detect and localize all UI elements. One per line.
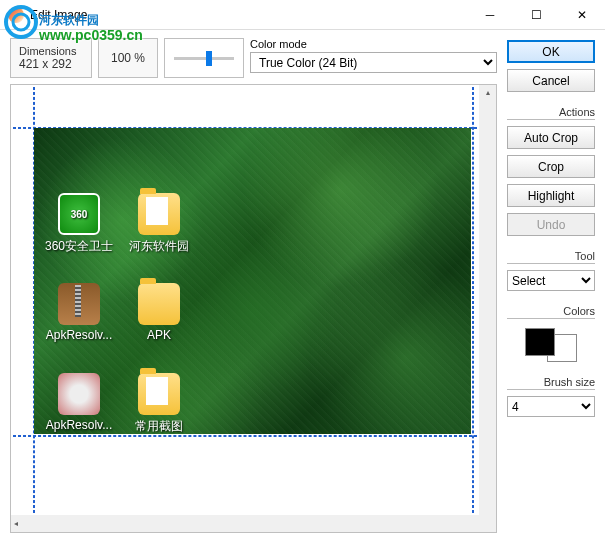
scroll-up-icon: ▴	[486, 88, 490, 97]
minimize-button[interactable]: ─	[467, 0, 513, 30]
zoom-slider[interactable]	[164, 38, 244, 78]
desktop-icon: ApkResolv...	[44, 283, 114, 342]
crop-button[interactable]: Crop	[507, 155, 595, 178]
actions-group-label: Actions	[507, 106, 595, 120]
desktop-icon-label: APK	[124, 328, 194, 342]
window-title: Edit Image	[30, 8, 87, 22]
brush-group-label: Brush size	[507, 376, 595, 390]
edited-image: 360安全卫士河东软件园ApkResolv...APKApkResolv... …	[34, 128, 471, 434]
dimensions-value: 421 x 292	[19, 57, 83, 71]
vertical-scrollbar[interactable]: ▴	[479, 85, 496, 515]
desktop-icon: APK	[124, 283, 194, 342]
image-canvas[interactable]: 360安全卫士河东软件园ApkResolv...APKApkResolv... …	[10, 84, 497, 533]
zoom-value: 100 %	[111, 51, 145, 65]
desktop-icon-image	[58, 373, 100, 415]
desktop-icon: 360安全卫士	[44, 193, 114, 255]
close-button[interactable]: ✕	[559, 0, 605, 30]
ok-button[interactable]: OK	[507, 40, 595, 63]
highlight-button[interactable]: Highlight	[507, 184, 595, 207]
scroll-left-icon: ◂	[14, 519, 18, 528]
desktop-icon-image	[138, 373, 180, 415]
app-icon	[8, 7, 24, 23]
desktop-icon-image	[138, 283, 180, 325]
desktop-icon-image	[138, 193, 180, 235]
desktop-icon-label: 常用截图	[124, 418, 194, 434]
brush-size-select[interactable]: 4	[507, 396, 595, 417]
crop-guide-right[interactable]	[472, 87, 474, 513]
tool-group-label: Tool	[507, 250, 595, 264]
desktop-icon-label: 360安全卫士	[44, 238, 114, 255]
scroll-corner	[479, 515, 496, 532]
desktop-icon-label: ApkResolv... - 快捷方式	[44, 418, 114, 434]
dimensions-box: Dimensions 421 x 292	[10, 38, 92, 78]
foreground-color-swatch[interactable]	[525, 328, 555, 356]
horizontal-scrollbar[interactable]: ◂	[11, 515, 479, 532]
desktop-icon-label: ApkResolv...	[44, 328, 114, 342]
crop-guide-bottom[interactable]	[13, 435, 477, 437]
colormode-label: Color mode	[250, 38, 497, 50]
desktop-icon: ApkResolv... - 快捷方式	[44, 373, 114, 434]
desktop-icon: 常用截图	[124, 373, 194, 434]
colormode-select[interactable]: True Color (24 Bit)	[250, 52, 497, 73]
tool-select[interactable]: Select	[507, 270, 595, 291]
cancel-button[interactable]: Cancel	[507, 69, 595, 92]
desktop-icon-image	[58, 193, 100, 235]
title-bar: Edit Image ─ ☐ ✕	[0, 0, 605, 30]
colors-group-label: Colors	[507, 305, 595, 319]
desktop-icon-image	[58, 283, 100, 325]
desktop-icon: 河东软件园	[124, 193, 194, 255]
zoom-box: 100 %	[98, 38, 158, 78]
autocrop-button[interactable]: Auto Crop	[507, 126, 595, 149]
dimensions-label: Dimensions	[19, 45, 83, 57]
desktop-icon-label: 河东软件园	[124, 238, 194, 255]
maximize-button[interactable]: ☐	[513, 0, 559, 30]
undo-button: Undo	[507, 213, 595, 236]
